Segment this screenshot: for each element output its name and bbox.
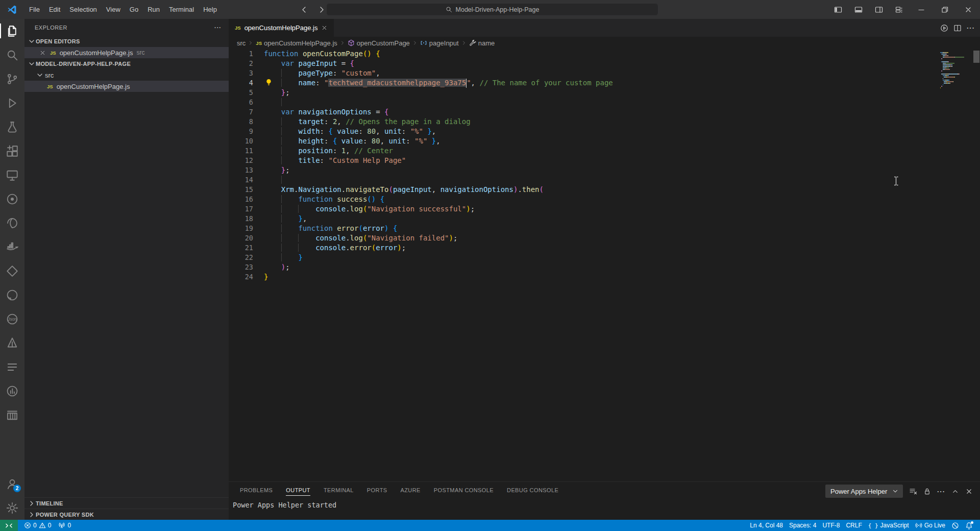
tree-folder-src[interactable]: src [24,69,229,81]
code-line-21[interactable]: 21 console.error(error); [229,243,980,253]
menu-view[interactable]: View [102,4,125,15]
lock-scroll-icon[interactable] [923,488,931,495]
postman-icon[interactable] [0,187,24,211]
code-line-3[interactable]: 3 pageType: "custom", [229,68,980,78]
code-line-23[interactable]: 23 ); [229,262,980,272]
lightbulb-icon[interactable] [265,79,273,86]
problems-status[interactable]: 0 0 [21,520,54,531]
code-line-6[interactable]: 6 [229,98,980,107]
code-line-24[interactable]: 24} [229,272,980,282]
restore-button[interactable] [933,0,957,19]
close-editor-icon[interactable] [39,50,46,56]
tab-opencustomhelppage[interactable]: JS openCustomHelpPage.js [229,19,334,37]
code-line-15[interactable]: 15 Xrm.Navigation.navigateTo(pageInput, … [229,185,980,195]
menu-run[interactable]: Run [143,4,164,15]
close-window-button[interactable] [957,0,980,19]
command-center-search[interactable]: Model-Driven-App-Help-Page [326,3,658,16]
editor-more-actions-icon[interactable]: ··· [967,24,975,32]
explorer-icon[interactable] [0,19,24,43]
tree-file-opencustomhelppage-js[interactable]: JSopenCustomHelpPage.js [24,81,229,92]
split-editor-icon[interactable] [953,24,962,32]
scrollbar-thumb[interactable] [973,51,979,63]
code-line-12[interactable]: 12 title: "Custom Help Page" [229,156,980,165]
indentation-status[interactable]: Spaces: 4 [786,520,819,531]
code-line-16[interactable]: 16 function success() { [229,195,980,204]
panel-tab-output[interactable]: OUTPUT [286,485,310,496]
forward-arrow-icon[interactable] [316,0,327,19]
panel-tab-postman-console[interactable]: POSTMAN CONSOLE [434,485,494,496]
panel-tab-terminal[interactable]: TERMINAL [324,485,354,496]
code-line-13[interactable]: 13 }; [229,165,980,175]
forwarded-ports-status[interactable]: 0 [55,520,74,531]
copilot-disabled-icon[interactable] [948,520,962,531]
azure-devops-icon[interactable] [0,259,24,283]
breadcrumb-src[interactable]: src [237,39,246,47]
remote-indicator[interactable] [0,520,18,531]
code-line-14[interactable]: 14 [229,175,980,185]
panel-tab-ports[interactable]: PORTS [367,485,387,496]
code-line-1[interactable]: 1function openCustomPage() { [229,49,980,59]
toggle-secondary-sidebar-icon[interactable] [869,0,889,19]
customize-layout-icon[interactable] [889,0,910,19]
close-tab-icon[interactable] [321,25,328,31]
close-panel-icon[interactable] [965,488,973,495]
code-line-18[interactable]: 18 }, [229,214,980,224]
maximize-panel-icon[interactable] [951,488,959,495]
breadcrumb-opencustomhelppage-js[interactable]: JSopenCustomHelpPage.js [256,39,337,47]
code-line-22[interactable]: 22 } [229,253,980,262]
explorer-more-actions-icon[interactable]: ··· [214,25,222,31]
menu-selection[interactable]: Selection [65,4,101,15]
output-channel-select[interactable]: Power Apps Helper [825,485,903,498]
json-tools-icon[interactable]: Json [0,307,24,331]
toggle-sidebar-icon[interactable] [828,0,848,19]
clear-output-icon[interactable] [909,487,917,495]
code-line-4[interactable]: 4 name: "techtwed_mdacustomhelppage_93a7… [229,78,980,88]
panel-more-actions-icon[interactable]: ··· [937,488,945,495]
menu-go[interactable]: Go [125,4,143,15]
minimize-button[interactable] [910,0,933,19]
code-line-2[interactable]: 2 var pageInput = { [229,59,980,68]
source-control-icon[interactable] [0,67,24,91]
workspace-section-header[interactable]: MODEL-DRIVEN-APP-HELP-PAGE [24,58,229,69]
code-line-7[interactable]: 7 var navigationOptions = { [229,107,980,117]
remote-explorer-icon[interactable] [0,163,24,187]
toggle-panel-icon[interactable] [848,0,869,19]
cursor-position-status[interactable]: Ln 4, Col 48 [747,520,786,531]
accounts-icon[interactable]: 2 [0,472,24,496]
eol-status[interactable]: CRLF [843,520,865,531]
code-line-9[interactable]: 9 width: { value: 80, unit: "%" }, [229,127,980,136]
code-line-20[interactable]: 20 console.log("Navigation failed"); [229,233,980,243]
go-live-status[interactable]: Go Live [912,520,948,531]
code-line-11[interactable]: 11 position: 1, // Center [229,146,980,156]
menu-edit[interactable]: Edit [44,4,65,15]
azure-pipelines-icon[interactable] [0,331,24,355]
back-arrow-icon[interactable] [299,0,310,19]
panel-tab-azure[interactable]: AZURE [401,485,421,496]
power-bi-icon[interactable] [0,379,24,403]
menu-help[interactable]: Help [199,4,222,15]
settings-gear-icon[interactable] [0,496,24,520]
section-power-query-sdk[interactable]: POWER QUERY SDK [24,509,229,520]
menu-file[interactable]: File [24,4,44,15]
code-editor[interactable]: 1function openCustomPage() {2 var pageIn… [229,49,980,481]
run-code-icon[interactable] [940,24,948,32]
output-colorizer-icon[interactable] [0,355,24,379]
github-icon[interactable] [0,283,24,307]
code-line-19[interactable]: 19 function error(error) { [229,224,980,233]
dev-containers-icon[interactable] [0,403,24,427]
breadcrumb-name[interactable]: name [469,39,495,47]
code-line-17[interactable]: 17 console.log("Navigation successful"); [229,204,980,214]
open-editor-item[interactable]: JSopenCustomHelpPage.jssrc [24,47,229,58]
panel-tab-debug-console[interactable]: DEBUG CONSOLE [507,485,558,496]
minimap[interactable] [940,52,972,89]
extensions-icon[interactable] [0,139,24,163]
encoding-status[interactable]: UTF-8 [819,520,843,531]
language-mode-status[interactable]: { } JavaScript [865,520,912,531]
open-editors-header[interactable]: OPEN EDITORS [24,36,229,47]
panel-tab-problems[interactable]: PROBLEMS [240,485,273,496]
docker-icon[interactable] [0,235,24,259]
section-timeline[interactable]: TIMELINE [24,497,229,509]
breadcrumb-opencustompage[interactable]: openCustomPage [348,39,410,47]
breadcrumb-pageinput[interactable]: pageInput [420,39,459,47]
code-line-8[interactable]: 8 target: 2, // Opens the page in a dial… [229,117,980,127]
